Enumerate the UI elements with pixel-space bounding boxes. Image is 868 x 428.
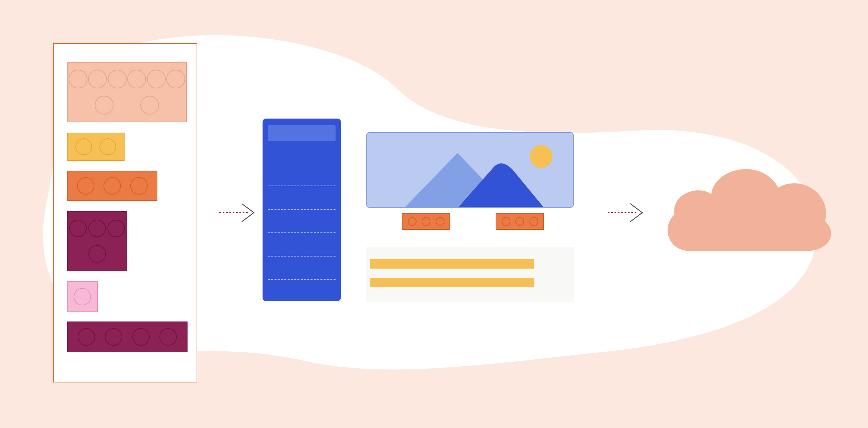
sidebar-header [268, 125, 336, 141]
sidebar-item [268, 209, 336, 210]
brick-magenta-2x2 [67, 211, 127, 271]
brick-peach-4x2 [67, 62, 187, 122]
sidebar-item [268, 256, 336, 256]
brick-pink-1x1 [67, 281, 98, 312]
sidebar-item [268, 279, 336, 280]
brick-yellow-2x1 [67, 133, 125, 161]
content-bar [370, 259, 534, 269]
sidebar-item [268, 233, 336, 233]
content-block [366, 247, 574, 302]
brick-orange-3x1 [67, 171, 157, 201]
arrow-icon [218, 197, 258, 228]
cloud-icon [661, 151, 837, 258]
cta-brick-right [496, 213, 544, 230]
arrow-icon [606, 197, 646, 228]
sidebar-item [268, 186, 336, 186]
content-bar [370, 278, 534, 287]
svg-point-1 [530, 145, 553, 168]
hero-image [366, 132, 574, 208]
brick-magenta-4x1 [67, 322, 188, 352]
layout-sidebar [262, 119, 341, 301]
cta-brick-left [402, 213, 450, 230]
